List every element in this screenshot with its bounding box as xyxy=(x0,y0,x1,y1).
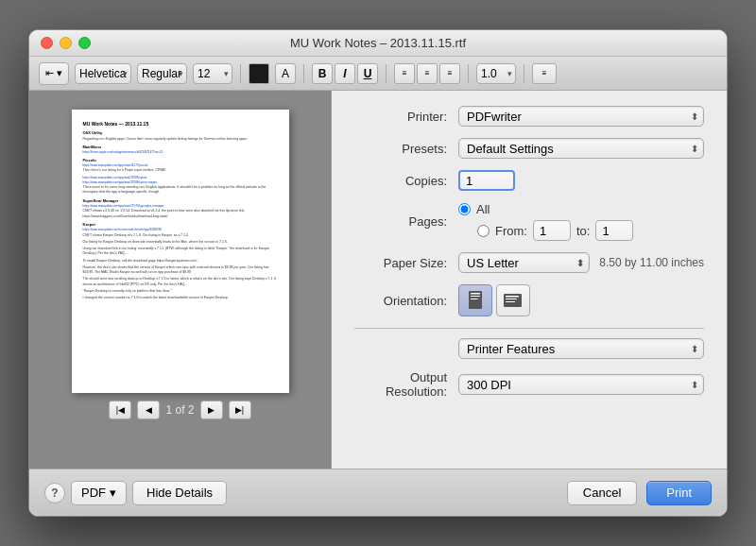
page-info: 1 of 2 xyxy=(165,403,194,417)
output-resolution-select[interactable]: 300 DPI xyxy=(458,374,704,395)
svg-rect-7 xyxy=(506,301,515,302)
print-settings-panel: Printer: PDFwriter Presets: Default Sett… xyxy=(332,91,727,469)
minimize-button[interactable] xyxy=(60,37,72,49)
svg-rect-2 xyxy=(471,296,480,297)
doc-section-4: Superfloor Manager xyxy=(83,198,278,204)
help-button[interactable]: ? xyxy=(44,483,65,503)
bold-button[interactable]: B xyxy=(312,63,333,84)
pages-from-label: From: xyxy=(495,224,527,238)
pages-all-label: All xyxy=(476,202,490,216)
toolbar-divider-4 xyxy=(468,64,469,83)
doc-para-12: I changed the version number to 7.1.8 to… xyxy=(83,296,278,300)
hide-details-button[interactable]: Hide Details xyxy=(132,481,227,505)
doc-para-5: CNET shows Kasper Desktop at v.7.1.8. Ou… xyxy=(83,233,278,238)
italic-indicator[interactable]: A xyxy=(275,63,296,84)
presets-select-wrap: Default Settings xyxy=(458,138,704,159)
line-spacing-select[interactable]: 1.0 xyxy=(476,63,516,84)
titlebar-buttons xyxy=(41,37,91,49)
maximize-button[interactable] xyxy=(78,37,91,49)
paper-size-select[interactable]: US Letter xyxy=(458,252,590,273)
font-family-select[interactable]: Helvetica xyxy=(75,63,131,84)
window-title: MU Work Notes – 2013.11.15.rtf xyxy=(290,36,466,50)
pages-from-input[interactable] xyxy=(533,220,571,241)
pages-all-row: All xyxy=(458,202,704,216)
printer-features-row: Printer Features xyxy=(354,338,704,359)
doc-url-6: https://www.macupdate.com/commercial-dev… xyxy=(83,228,278,231)
landscape-icon xyxy=(503,292,524,309)
pages-to-input[interactable] xyxy=(595,220,633,241)
landscape-button[interactable] xyxy=(496,284,530,316)
paper-dimensions: 8.50 by 11.00 inches xyxy=(599,256,704,269)
font-style-select[interactable]: Regular xyxy=(137,63,187,84)
toolbar-divider-1 xyxy=(240,64,241,83)
pdf-button[interactable]: PDF ▾ xyxy=(71,481,127,505)
doc-para-7: Using our download link in our listing, … xyxy=(83,247,278,257)
align-buttons: ≡ ≡ ≡ xyxy=(394,63,460,84)
format-buttons: B I U xyxy=(312,63,378,84)
orientation-row: Orientation: xyxy=(354,284,704,316)
portrait-icon xyxy=(467,290,484,311)
printer-label: Printer: xyxy=(354,110,458,124)
doc-url-2: https://www.macupdate.com/app/mac/44177/… xyxy=(83,163,278,167)
copies-label: Copies: xyxy=(354,174,458,188)
copies-input[interactable] xyxy=(458,170,515,191)
pages-label: Pages: xyxy=(354,214,458,229)
italic-button[interactable]: I xyxy=(335,63,355,84)
next-page-button[interactable]: ▶ xyxy=(200,401,223,419)
portrait-button[interactable] xyxy=(458,284,492,316)
close-button[interactable] xyxy=(41,37,53,49)
printer-features-select-wrap: Printer Features xyxy=(458,338,704,359)
pages-section: All From: to: xyxy=(458,202,704,241)
output-resolution-select-wrap: 300 DPI xyxy=(458,374,704,395)
indent-button[interactable]: ⇤ ▾ xyxy=(39,62,69,85)
doc-url-1: https://itunes.apple.com/us/app/mainmenu… xyxy=(83,150,278,154)
presets-row: Presets: Default Settings xyxy=(354,138,704,159)
doc-url-5: https://www.macupdate.com/app/mac/27575/… xyxy=(83,204,278,208)
prev-page-button[interactable]: ◀ xyxy=(137,401,160,419)
doc-para-6: Our listing for Kasper Desktop on does s… xyxy=(83,240,278,245)
first-page-button[interactable]: |◀ xyxy=(109,401,131,419)
pages-row: Pages: All From: to: xyxy=(354,202,704,241)
pages-all-radio[interactable] xyxy=(458,203,471,215)
line-spacing-wrap: 1.0 xyxy=(476,63,516,84)
doc-page: MU Work Notes — 2013.11.15 OSX Utility R… xyxy=(72,110,289,393)
font-size-select[interactable]: 12 xyxy=(193,63,232,84)
pages-control: All From: to: xyxy=(458,202,704,241)
toolbar-divider-5 xyxy=(524,64,524,83)
bottom-bar: ? PDF ▾ Hide Details Cancel Print xyxy=(29,469,727,516)
printer-features-control: Printer Features xyxy=(458,338,704,359)
paper-size-controls: US Letter ⬍ 8.50 by 11.00 inches xyxy=(458,252,704,273)
svg-rect-3 xyxy=(471,299,478,299)
bottom-left-controls: ? PDF ▾ Hide Details xyxy=(44,481,227,505)
underline-button[interactable]: U xyxy=(357,63,378,84)
align-right-button[interactable]: ≡ xyxy=(439,63,460,84)
svg-rect-5 xyxy=(506,296,519,298)
paper-size-control: US Letter ⬍ 8.50 by 11.00 inches xyxy=(458,252,704,273)
paper-size-select-wrap: US Letter ⬍ xyxy=(458,252,590,273)
toolbar-divider-3 xyxy=(386,64,387,83)
copies-row: Copies: xyxy=(354,170,704,191)
font-style-wrap: Regular xyxy=(137,63,187,84)
pages-from-radio[interactable] xyxy=(477,225,490,237)
pages-to-label: to: xyxy=(576,224,590,238)
output-resolution-row: Output Resolution: 300 DPI xyxy=(354,370,704,399)
doc-para-9: However, the dev's site shows that the v… xyxy=(83,265,278,276)
last-page-button[interactable]: ▶| xyxy=(229,401,251,419)
doc-url-3: https://www.macupdate.com/app/mac/37086/… xyxy=(83,176,278,179)
align-center-button[interactable]: ≡ xyxy=(417,63,438,84)
doc-section-3: Piccolo xyxy=(83,158,278,163)
copies-control xyxy=(458,170,704,191)
list-button[interactable]: ≡ xyxy=(532,63,557,84)
print-button[interactable]: Print xyxy=(646,481,712,505)
cancel-button[interactable]: Cancel xyxy=(567,481,637,505)
pdf-chevron: ▾ xyxy=(110,486,116,500)
printer-select[interactable]: PDFwriter xyxy=(458,106,704,127)
doc-para-10: The should store last scrolling data up … xyxy=(83,277,278,287)
presets-select[interactable]: Default Settings xyxy=(458,138,704,159)
text-color-button[interactable] xyxy=(249,63,269,84)
printer-features-select[interactable]: Printer Features xyxy=(458,338,704,359)
document-preview: MU Work Notes — 2013.11.15 OSX Utility R… xyxy=(29,91,332,469)
align-left-button[interactable]: ≡ xyxy=(394,63,415,84)
doc-para-8: To install Kasper Desktop, call the down… xyxy=(83,259,278,264)
doc-para-2: Then there's our listing for a Pinyin in… xyxy=(83,168,278,173)
